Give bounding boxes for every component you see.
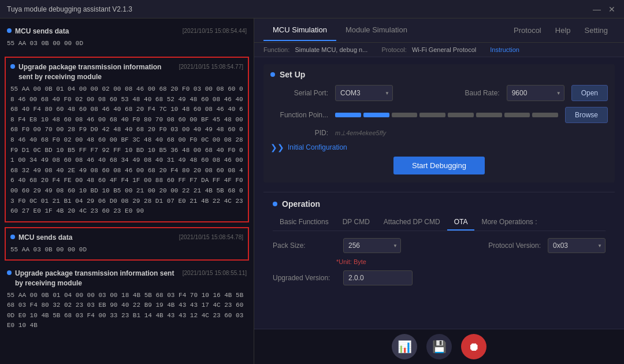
log-dot-0 <box>7 28 12 33</box>
chevron-down-icon: ❯❯ <box>270 143 284 152</box>
op-tab-dp-cmd[interactable]: DP CMD <box>336 214 377 231</box>
operation-tabs: Basic Functions DP CMD Attached DP CMD O… <box>273 214 606 231</box>
op-tab-attached[interactable]: Attached DP CMD <box>377 214 447 231</box>
log-label-1: Upgrade package transmission information… <box>18 62 174 82</box>
op-tab-basic[interactable]: Basic Functions <box>273 214 336 231</box>
main-layout: MCU sends data[2021/10/15 15:08:54.44]55… <box>0 18 624 364</box>
pack-size-row: Pack Size: 256 Protocol Version: 0x03 <box>273 238 606 253</box>
log-data-1: 55 AA 00 0B 01 04 00 00 02 00 08 46 00 6… <box>10 84 243 217</box>
instruction-link[interactable]: Instruction <box>490 46 519 53</box>
log-label-3: Upgrade package transmission information… <box>15 269 178 288</box>
log-label-2: MCU sends data <box>18 233 72 243</box>
tab-bar: MCU Simulation Module Simulation Protoco… <box>254 18 624 43</box>
log-entry-log4: Upgrade package transmission information… <box>5 265 249 335</box>
operation-title: Operation <box>273 199 606 209</box>
pid-label: PID: <box>270 129 328 137</box>
save-icon: 💾 <box>432 340 447 354</box>
log-timestamp-0: [2021/10/15 15:08:54.44] <box>183 28 247 34</box>
function-key: Function: Simulate MCU, debug n... <box>263 46 367 53</box>
baud-rate-select-wrapper: 9600 <box>507 85 564 101</box>
protocol-version-select-wrapper: 0x03 <box>548 238 606 253</box>
bottom-toolbar: 📊 💾 ⏺ <box>254 329 624 364</box>
serial-port-select-wrapper: COM3 <box>335 85 393 101</box>
initial-config-toggle[interactable]: ❯❯ Initial Configuration <box>270 143 608 152</box>
upgraded-version-label: Upgraded Version: <box>273 274 336 282</box>
operation-dot <box>273 202 277 206</box>
start-debugging-button[interactable]: Start Debugging <box>393 157 485 174</box>
function-value: Simulate MCU, debug n... <box>295 46 367 53</box>
left-panel-log: MCU sends data[2021/10/15 15:08:54.44]55… <box>0 18 254 364</box>
setup-title: Set Up <box>270 70 608 79</box>
fp-seg-8 <box>532 113 558 117</box>
function-point-label: Function Poin... <box>270 111 328 119</box>
window-controls: — ✕ <box>592 4 617 14</box>
setup-dot <box>270 72 275 77</box>
initial-config-label: Initial Configuration <box>288 143 347 151</box>
info-bar: Function: Simulate MCU, debug n... Proto… <box>254 43 624 57</box>
right-panel: MCU Simulation Module Simulation Protoco… <box>254 18 624 364</box>
menu-help[interactable]: Help <box>548 20 578 40</box>
baud-rate-label: Baud Rate: <box>454 89 500 97</box>
log-dot-2 <box>10 235 15 239</box>
log-label-0: MCU sends data <box>15 27 69 36</box>
log-dot-3 <box>7 270 12 275</box>
fp-seg-2 <box>363 113 389 117</box>
upgraded-version-row: Upgraded Version: <box>273 270 606 285</box>
log-timestamp-2: [2021/10/15 15:08:54.78] <box>179 234 243 240</box>
pid-row: PID: m⊥4em4ekee5ffy <box>270 129 608 137</box>
log-header-3: Upgrade package transmission information… <box>7 269 247 288</box>
fp-seg-7 <box>504 113 530 117</box>
fp-seg-3 <box>392 113 418 117</box>
chart-button[interactable]: 📊 <box>392 334 417 359</box>
op-tab-ota[interactable]: OTA <box>447 214 475 231</box>
operation-section: Operation Basic Functions DP CMD Attache… <box>263 192 615 297</box>
upgraded-version-input[interactable] <box>343 270 413 285</box>
serial-port-row: Serial Port: COM3 Baud Rate: 9600 Open <box>270 85 608 101</box>
log-data-2: 55 AA 03 0B 00 00 0D <box>10 245 243 255</box>
log-data-0: 55 AA 03 0B 00 00 0D <box>7 39 247 49</box>
log-entry-log2: Upgrade package transmission information… <box>5 57 249 222</box>
open-button[interactable]: Open <box>571 85 608 101</box>
minimize-button[interactable]: — <box>592 4 602 14</box>
tab-module-simulation[interactable]: Module Simulation <box>336 20 417 41</box>
log-timestamp-3: [2021/10/15 15:08:55.11] <box>183 270 247 276</box>
log-header-1: Upgrade package transmission information… <box>10 62 243 82</box>
content-area: Set Up Serial Port: COM3 Baud Rate: 9600 <box>254 57 624 329</box>
serial-port-label: Serial Port: <box>270 89 328 97</box>
protocol-version-select[interactable]: 0x03 <box>548 238 606 253</box>
browse-button[interactable]: Browse <box>565 107 608 123</box>
op-tab-more[interactable]: More Operations : <box>474 214 544 231</box>
pack-size-select-wrapper: 256 <box>343 238 401 253</box>
log-data-3: 55 AA 00 0B 01 04 00 00 03 00 18 4B 5B 6… <box>7 291 247 331</box>
titlebar: Tuya module debugging assistant V2.1.3 —… <box>0 0 624 18</box>
chart-icon: 📊 <box>398 340 412 354</box>
menu-protocol[interactable]: Protocol <box>507 20 548 40</box>
protocol-version-label: Protocol Version: <box>466 242 541 250</box>
app-title: Tuya module debugging assistant V2.1.3 <box>7 5 132 13</box>
pid-value: m⊥4em4ekee5ffy <box>335 129 386 137</box>
menu-setting[interactable]: Setting <box>578 20 615 40</box>
serial-port-select[interactable]: COM3 <box>335 85 393 101</box>
baud-rate-select[interactable]: 9600 <box>507 85 564 101</box>
log-header-0: MCU sends data[2021/10/15 15:08:54.44] <box>7 27 247 36</box>
log-timestamp-1: [2021/10/15 15:08:54.77] <box>179 64 243 70</box>
tab-mcu-simulation[interactable]: MCU Simulation <box>263 20 336 41</box>
function-point-bar <box>335 113 558 117</box>
fp-seg-4 <box>419 113 445 117</box>
pack-size-label: Pack Size: <box>273 242 336 250</box>
function-point-row: Function Poin... Brows <box>270 107 608 123</box>
log-entry-log3: MCU sends data[2021/10/15 15:08:54.78]55… <box>5 227 249 261</box>
log-entry-log1: MCU sends data[2021/10/15 15:08:54.44]55… <box>5 23 249 52</box>
unit-text: *Unit: Byte <box>336 258 366 265</box>
close-button[interactable]: ✕ <box>607 4 617 14</box>
save-button[interactable]: 💾 <box>426 334 452 359</box>
fp-seg-1 <box>335 113 361 117</box>
log-dot-1 <box>10 64 15 69</box>
fp-seg-6 <box>476 113 502 117</box>
record-button[interactable]: ⏺ <box>461 334 486 359</box>
protocol-value: Wi-Fi General Protocol <box>412 46 476 53</box>
protocol-info: Protocol: Wi-Fi General Protocol <box>381 46 476 53</box>
log-header-2: MCU sends data[2021/10/15 15:08:54.78] <box>10 233 243 243</box>
fp-seg-5 <box>448 113 474 117</box>
pack-size-select[interactable]: 256 <box>343 238 401 253</box>
